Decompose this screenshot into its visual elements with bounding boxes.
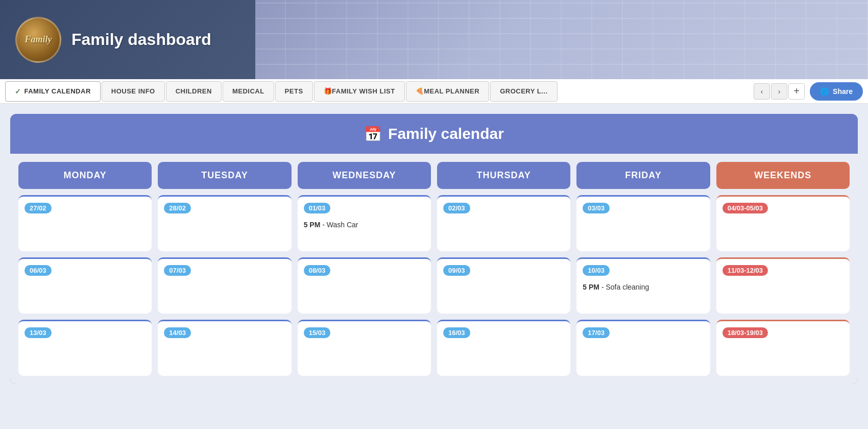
day-header-thursday: THURSDAY [437,162,570,189]
cell-date: 11/03-12/03 [722,265,768,276]
header-background [255,0,868,79]
calendar-header: 📅 Family calendar [10,114,858,154]
cell-tue-1[interactable]: 28/02 [158,195,291,251]
cell-thu-1[interactable]: 02/03 [437,195,570,251]
cell-date: 01/03 [304,203,331,213]
day-headers: MONDAY TUESDAY WEDNESDAY THURSDAY FRIDAY… [18,162,850,189]
cell-date: 10/03 [583,265,610,276]
cell-fri-1[interactable]: 03/03 [576,195,710,251]
cell-event: 5 PM - Wash Car [304,221,425,229]
cell-fri-2[interactable]: 10/03 5 PM - Sofa cleaning [576,257,710,314]
cell-tue-3[interactable]: 14/03 [158,320,291,376]
tab-family-calendar[interactable]: ✓ FAMILY CALENDAR [5,81,101,102]
tab-children[interactable]: CHILDREN [166,81,222,102]
cell-date: 14/03 [164,327,191,338]
cell-event: 5 PM - Sofa cleaning [583,283,704,291]
calendar-rows: 27/02 28/02 01/03 5 PM - Wash Car 02/03 [18,195,850,376]
cell-mon-1[interactable]: 27/02 [18,195,152,251]
cell-thu-3[interactable]: 16/03 [437,320,570,376]
day-header-tuesday: TUESDAY [158,162,291,189]
logo-text: Family [25,34,52,45]
cell-wed-1[interactable]: 01/03 5 PM - Wash Car [298,195,431,251]
main-content: 📅 Family calendar MONDAY TUESDAY WEDNESD… [0,104,868,429]
cell-date: 28/02 [164,203,191,213]
tab-grocery-list[interactable]: GROCERY L... [490,81,557,102]
cell-tue-2[interactable]: 07/03 [158,257,291,314]
cell-mon-3[interactable]: 13/03 [18,320,152,376]
cell-date: 08/03 [304,265,331,276]
logo-avatar: Family [15,17,61,63]
calendar-icon: 📅 [364,126,382,142]
tabs-bar: ✓ FAMILY CALENDAR HOUSE INFO CHILDREN ME… [0,79,868,104]
calendar-container: 📅 Family calendar MONDAY TUESDAY WEDNESD… [10,114,858,384]
cell-date: 13/03 [25,327,52,338]
cell-date: 02/03 [443,203,470,213]
cell-date: 04/03-05/03 [722,203,768,213]
calendar-row-1: 27/02 28/02 01/03 5 PM - Wash Car 02/03 [18,195,850,251]
day-header-weekends: WEEKENDS [716,162,850,189]
check-icon: ✓ [15,87,21,96]
tab-meal-planner[interactable]: 🍕MEAL PLANNER [406,81,490,102]
globe-icon: 🌐 [820,87,829,96]
tab-pets[interactable]: PETS [275,81,313,102]
tab-add-button[interactable]: + [788,83,805,100]
cell-wknd-2[interactable]: 11/03-12/03 [716,257,850,314]
cell-date: 27/02 [25,203,52,213]
tab-family-wish-list[interactable]: 🎁 FAMILY WISH LIST [314,81,405,102]
day-header-friday: FRIDAY [576,162,710,189]
app-title: Family dashboard [71,30,211,49]
calendar-title: 📅 Family calendar [21,125,847,142]
cell-thu-2[interactable]: 09/03 [437,257,570,314]
cell-wed-3[interactable]: 15/03 [298,320,431,376]
tab-medical[interactable]: MEDICAL [223,81,274,102]
calendar-row-2: 06/03 07/03 08/03 09/03 10/03 5 PM - [18,257,850,314]
cell-date: 09/03 [443,265,470,276]
cell-date: 18/03-19/03 [722,327,768,338]
cell-wed-2[interactable]: 08/03 [298,257,431,314]
cell-fri-3[interactable]: 17/03 [576,320,710,376]
cell-wknd-3[interactable]: 18/03-19/03 [716,320,850,376]
cell-date: 03/03 [583,203,610,213]
calendar-body: MONDAY TUESDAY WEDNESDAY THURSDAY FRIDAY… [10,154,858,384]
cell-date: 16/03 [443,327,470,338]
tab-house-info[interactable]: HOUSE INFO [102,81,165,102]
cell-date: 07/03 [164,265,191,276]
tab-nav-prev-button[interactable]: ‹ [754,83,770,100]
day-header-monday: MONDAY [18,162,152,189]
cell-date: 17/03 [583,327,610,338]
cell-wknd-1[interactable]: 04/03-05/03 [716,195,850,251]
day-header-wednesday: WEDNESDAY [298,162,431,189]
cell-mon-2[interactable]: 06/03 [18,257,152,314]
tab-nav-next-button[interactable]: › [771,83,787,100]
cell-date: 06/03 [25,265,52,276]
share-button[interactable]: 🌐 Share [810,82,863,101]
cell-date: 15/03 [304,327,331,338]
calendar-row-3: 13/03 14/03 15/03 16/03 17/03 [18,320,850,376]
header: Family Family dashboard [0,0,868,79]
